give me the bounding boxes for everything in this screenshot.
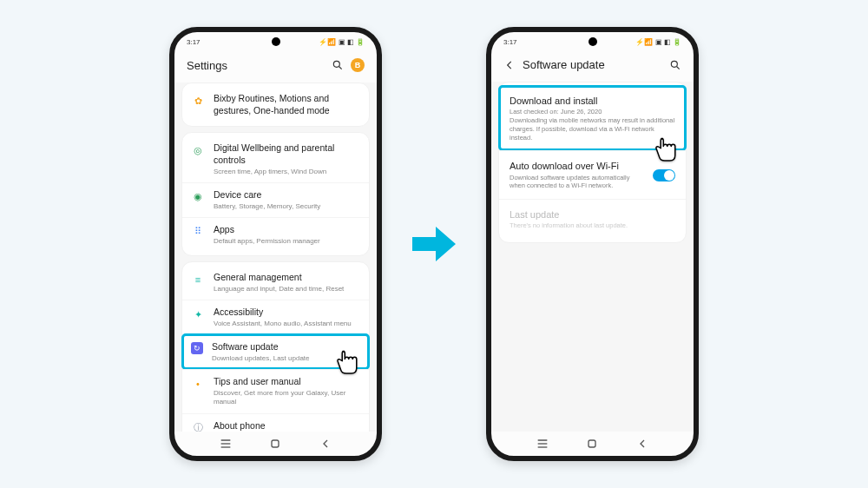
row-title: Accessibility xyxy=(214,307,360,319)
wifi-auto-toggle[interactable] xyxy=(653,169,675,181)
settings-list[interactable]: ✿Bixby Routines, Motions and gestures, O… xyxy=(174,82,377,432)
row-subtitle: Default apps, Permission manager xyxy=(214,237,360,246)
back-button[interactable] xyxy=(319,437,332,451)
row-subtitle: Language and input, Date and time, Reset xyxy=(214,285,360,293)
svg-rect-11 xyxy=(589,440,595,447)
row-icon: ◉ xyxy=(191,190,205,204)
settings-row[interactable]: ✦AccessibilityVoice Assistant, Mono audi… xyxy=(182,300,369,334)
row-icon: • xyxy=(191,377,205,391)
recent-apps-button[interactable] xyxy=(219,437,233,451)
status-time: 3:17 xyxy=(187,38,201,46)
row-icon: ⓘ xyxy=(191,421,205,432)
update-option-row[interactable]: Auto download over Wi-FiDownload softwar… xyxy=(499,150,686,199)
recent-apps-button[interactable] xyxy=(536,437,549,451)
settings-row[interactable]: ✿Bixby Routines, Motions and gestures, O… xyxy=(182,87,369,122)
settings-group: ≡General managementLanguage and input, D… xyxy=(181,261,370,432)
row-title: Bixby Routines, Motions and gestures, On… xyxy=(214,93,360,116)
settings-row[interactable]: ◎Digital Wellbeing and parental controls… xyxy=(182,136,369,182)
status-bar: 3:17 ⚡📶 ▣ ◧ 🔋 xyxy=(174,32,377,51)
svg-rect-5 xyxy=(272,440,279,447)
page-title: Software update xyxy=(523,58,662,71)
row-subtitle: Last checked on: June 26, 2020 Downloadi… xyxy=(510,108,675,142)
row-title: Last update xyxy=(510,208,675,221)
row-subtitle: Screen time, App timers, Wind Down xyxy=(214,168,360,176)
search-icon[interactable] xyxy=(332,59,344,71)
row-icon: ✦ xyxy=(191,307,205,321)
svg-point-6 xyxy=(671,61,677,67)
row-subtitle: There's no information about last update… xyxy=(510,221,675,230)
back-icon[interactable] xyxy=(503,59,516,71)
row-title: Tips and user manual xyxy=(214,376,360,388)
svg-line-7 xyxy=(677,66,680,69)
row-subtitle: Download updates, Last update xyxy=(212,354,360,363)
settings-row[interactable]: ⠿AppsDefault apps, Permission manager xyxy=(182,217,369,252)
row-icon: ⠿ xyxy=(191,225,205,239)
status-time: 3:17 xyxy=(503,38,517,46)
home-button[interactable] xyxy=(585,437,599,451)
android-nav-bar xyxy=(491,432,694,456)
avatar[interactable]: B xyxy=(351,58,365,72)
phone-settings: 3:17 ⚡📶 ▣ ◧ 🔋 Settings B ✿Bixby Routines… xyxy=(169,27,382,461)
settings-group: ✿Bixby Routines, Motions and gestures, O… xyxy=(181,82,370,127)
row-title: Auto download over Wi-Fi xyxy=(510,160,644,172)
settings-row[interactable]: ⓘAbout phoneStatus, Legal information, P… xyxy=(182,413,369,432)
flow-arrow-icon xyxy=(408,218,460,270)
update-option-row[interactable]: Download and installLast checked on: Jun… xyxy=(499,86,686,150)
row-title: Software update xyxy=(212,341,360,353)
back-button[interactable] xyxy=(635,437,649,451)
phone-software-update: 3:17 ⚡📶 ▣ ◧ 🔋 Software update Download a… xyxy=(486,27,699,461)
row-icon: ≡ xyxy=(191,273,205,287)
row-title: About phone xyxy=(214,420,360,432)
settings-row[interactable]: ≡General managementLanguage and input, D… xyxy=(182,266,369,300)
row-subtitle: Voice Assistant, Mono audio, Assistant m… xyxy=(214,320,360,328)
software-update-card: Download and installLast checked on: Jun… xyxy=(498,82,687,243)
page-title: Settings xyxy=(187,59,325,72)
settings-row[interactable]: •Tips and user manualDiscover, Get more … xyxy=(182,369,369,412)
row-icon: ◎ xyxy=(191,143,205,157)
android-nav-bar xyxy=(174,432,377,456)
row-title: General management xyxy=(214,272,360,284)
row-title: Digital Wellbeing and parental controls xyxy=(214,142,360,166)
svg-line-1 xyxy=(339,67,342,69)
software-update-list[interactable]: Download and installLast checked on: Jun… xyxy=(491,82,694,432)
row-title: Apps xyxy=(214,224,360,236)
row-title: Device care xyxy=(214,189,360,201)
row-subtitle: Discover, Get more from your Galaxy, Use… xyxy=(214,389,360,407)
software-update-header: Software update xyxy=(491,51,694,82)
settings-row[interactable]: ◉Device careBattery, Storage, Memory, Se… xyxy=(182,182,369,217)
row-icon: ↻ xyxy=(191,342,203,354)
row-subtitle: Download software updates automatically … xyxy=(510,174,644,191)
home-button[interactable] xyxy=(268,437,282,451)
status-bar: 3:17 ⚡📶 ▣ ◧ 🔋 xyxy=(491,32,694,51)
settings-header: Settings B xyxy=(174,51,377,82)
search-icon[interactable] xyxy=(669,59,681,71)
status-icons: ⚡📶 ▣ ◧ 🔋 xyxy=(319,38,365,46)
settings-row[interactable]: ↻Software updateDownload updates, Last u… xyxy=(182,334,369,369)
row-title: Download and install xyxy=(510,95,675,107)
settings-group: ◎Digital Wellbeing and parental controls… xyxy=(181,132,370,256)
svg-point-0 xyxy=(333,61,339,67)
status-icons: ⚡📶 ▣ ◧ 🔋 xyxy=(635,38,681,46)
update-option-row: Last updateThere's no information about … xyxy=(499,199,686,239)
row-icon: ✿ xyxy=(191,94,205,108)
row-subtitle: Battery, Storage, Memory, Security xyxy=(214,202,360,211)
